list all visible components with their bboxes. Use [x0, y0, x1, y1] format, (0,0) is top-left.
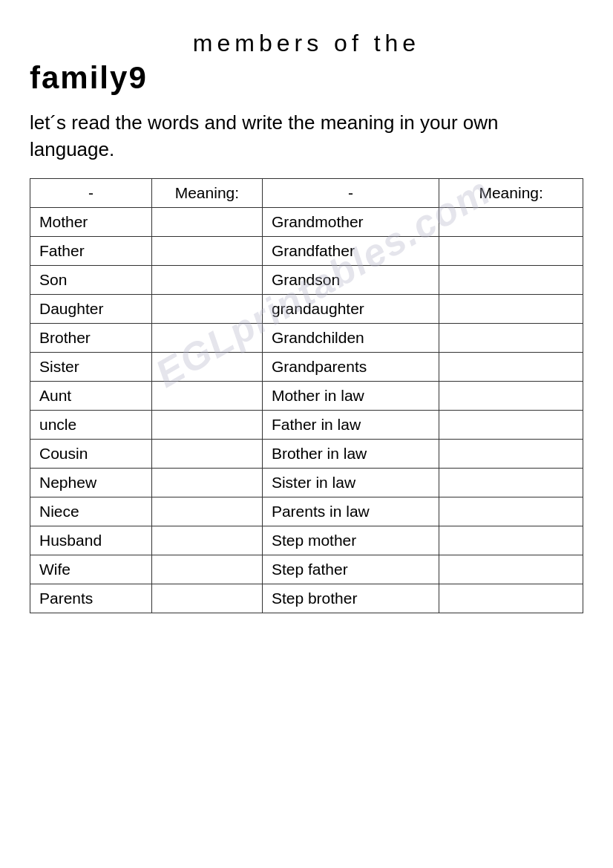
meaning1-cell[interactable] [151, 323, 262, 352]
meaning1-cell[interactable] [151, 352, 262, 381]
word2-cell: Step mother [262, 526, 439, 555]
title-line1: members of the [30, 30, 583, 57]
table-row: SonGrandson [30, 265, 583, 294]
header-col1: - [30, 178, 152, 207]
vocabulary-table: - Meaning: - Meaning: MotherGrandmotherF… [30, 178, 583, 613]
meaning1-cell[interactable] [151, 468, 262, 497]
table-row: AuntMother in law [30, 381, 583, 410]
word1-cell: Wife [30, 555, 152, 584]
meaning1-cell[interactable] [151, 584, 262, 613]
meaning2-cell[interactable] [439, 584, 583, 613]
table-row: SisterGrandparents [30, 352, 583, 381]
word2-cell: Father in law [262, 410, 439, 439]
word1-cell: uncle [30, 410, 152, 439]
meaning2-cell[interactable] [439, 526, 583, 555]
meaning2-cell[interactable] [439, 323, 583, 352]
word2-cell: Step brother [262, 584, 439, 613]
table-row: HusbandStep mother [30, 526, 583, 555]
meaning1-cell[interactable] [151, 294, 262, 323]
header-col2: Meaning: [151, 178, 262, 207]
table-header-row: - Meaning: - Meaning: [30, 178, 583, 207]
meaning2-cell[interactable] [439, 468, 583, 497]
word1-cell: Husband [30, 526, 152, 555]
word1-cell: Mother [30, 207, 152, 236]
table-row: CousinBrother in law [30, 439, 583, 468]
meaning1-cell[interactable] [151, 526, 262, 555]
word2-cell: Grandmother [262, 207, 439, 236]
word2-cell: Sister in law [262, 468, 439, 497]
meaning2-cell[interactable] [439, 439, 583, 468]
meaning1-cell[interactable] [151, 497, 262, 526]
meaning2-cell[interactable] [439, 497, 583, 526]
table-row: ParentsStep brother [30, 584, 583, 613]
word1-cell: Niece [30, 497, 152, 526]
meaning1-cell[interactable] [151, 265, 262, 294]
meaning2-cell[interactable] [439, 381, 583, 410]
meaning2-cell[interactable] [439, 294, 583, 323]
word2-cell: Grandparents [262, 352, 439, 381]
word1-cell: Nephew [30, 468, 152, 497]
word1-cell: Son [30, 265, 152, 294]
header-col3: - [262, 178, 439, 207]
meaning2-cell[interactable] [439, 555, 583, 584]
meaning1-cell[interactable] [151, 410, 262, 439]
table-row: MotherGrandmother [30, 207, 583, 236]
word2-cell: grandaughter [262, 294, 439, 323]
meaning2-cell[interactable] [439, 410, 583, 439]
table-row: BrotherGrandchilden [30, 323, 583, 352]
meaning1-cell[interactable] [151, 555, 262, 584]
title-line2: family9 [30, 60, 583, 96]
word2-cell: Grandson [262, 265, 439, 294]
header-col4: Meaning: [439, 178, 583, 207]
word2-cell: Parents in law [262, 497, 439, 526]
word2-cell: Brother in law [262, 439, 439, 468]
meaning1-cell[interactable] [151, 439, 262, 468]
meaning2-cell[interactable] [439, 352, 583, 381]
word1-cell: Aunt [30, 381, 152, 410]
table-row: NephewSister in law [30, 468, 583, 497]
word1-cell: Daughter [30, 294, 152, 323]
word2-cell: Grandfather [262, 236, 439, 265]
meaning1-cell[interactable] [151, 381, 262, 410]
meaning1-cell[interactable] [151, 236, 262, 265]
table-row: Daughtergrandaughter [30, 294, 583, 323]
word2-cell: Mother in law [262, 381, 439, 410]
table-row: FatherGrandfather [30, 236, 583, 265]
meaning2-cell[interactable] [439, 265, 583, 294]
meaning1-cell[interactable] [151, 207, 262, 236]
meaning2-cell[interactable] [439, 207, 583, 236]
table-row: NieceParents in law [30, 497, 583, 526]
word1-cell: Father [30, 236, 152, 265]
word1-cell: Parents [30, 584, 152, 613]
word1-cell: Cousin [30, 439, 152, 468]
table-row: WifeStep father [30, 555, 583, 584]
word1-cell: Brother [30, 323, 152, 352]
meaning2-cell[interactable] [439, 236, 583, 265]
subtitle: let´s read the words and write the meani… [30, 109, 583, 163]
word2-cell: Grandchilden [262, 323, 439, 352]
table-row: uncleFather in law [30, 410, 583, 439]
word1-cell: Sister [30, 352, 152, 381]
word2-cell: Step father [262, 555, 439, 584]
